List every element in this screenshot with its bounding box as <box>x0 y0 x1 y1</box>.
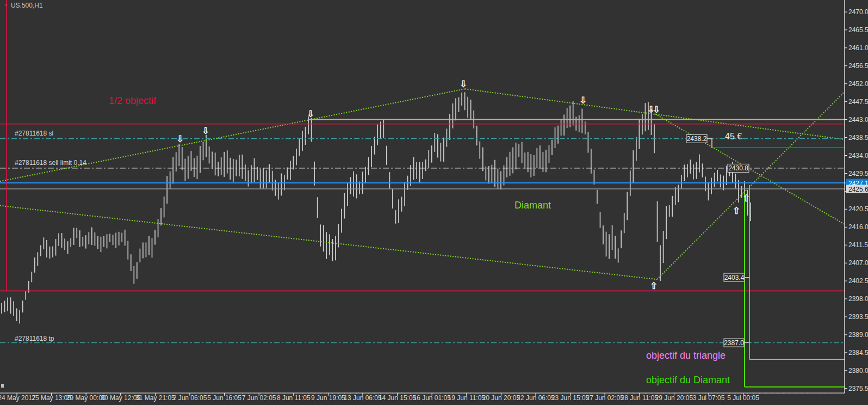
price-tick-label: 2384.5 <box>848 349 868 357</box>
time-tick-label: 25 May 13:05 <box>32 394 71 402</box>
time-tick-label: 24 May 2017 <box>0 394 36 402</box>
last-axis-tag: 2425.6 <box>846 185 868 193</box>
time-tick-label: 20 Jun 20:05 <box>482 394 520 402</box>
text-annotation[interactable]: 45 € <box>725 132 742 141</box>
arrow-down-icon[interactable]: ⇩ <box>202 126 209 136</box>
time-tick-label: 27 Jun 02:05 <box>586 394 624 402</box>
price-tick-label: 2456.5 <box>848 62 868 70</box>
arrow-down-icon[interactable]: ⇩ <box>653 105 660 115</box>
price-tag-text: 2387.0 <box>724 339 744 347</box>
axis-tag-text: 2425.6 <box>848 186 868 193</box>
time-tick-label: 3 Jul 07:05 <box>693 394 725 402</box>
time-tick-label: 19 Jun 11:05 <box>448 394 486 402</box>
order-level-label: #27811618 sell limit 0.14 <box>15 159 86 167</box>
price-tick-label: 2402.5 <box>848 277 868 285</box>
time-tick-label: 5 Jun 16:05 <box>207 394 241 402</box>
time-tick-label: 28 Jun 11:05 <box>621 394 659 402</box>
price-tick-label: 2375.5 <box>848 385 868 392</box>
price-tag-text: 2430.8 <box>728 164 748 172</box>
order-level-label: #27811618 sl <box>15 130 53 137</box>
arrow-down-icon[interactable]: ⇩ <box>176 134 184 144</box>
arrow-up-icon[interactable]: ⇧ <box>742 193 750 204</box>
chart-window[interactable]: 2470.02465.52461.02456.52452.02447.52443… <box>0 0 868 405</box>
price-tick-label: 2411.5 <box>848 241 868 249</box>
price-tick-label: 2429.5 <box>848 170 868 177</box>
price-tick-label: 2389.0 <box>848 331 868 339</box>
time-tick-label: 8 Jun 11:05 <box>277 394 311 402</box>
text-annotation[interactable]: objectif du triangle <box>646 350 726 361</box>
time-tick-label: 31 May 21:05 <box>135 394 175 402</box>
price-tick-label: 2407.0 <box>848 259 868 267</box>
time-tick-label: 13 Jun 06:05 <box>344 394 382 402</box>
time-tick-label: 30 May 12:05 <box>101 394 140 402</box>
limit-price-tag[interactable]: 2430.8 <box>728 164 749 172</box>
price-tick-label: 2443.0 <box>848 116 868 124</box>
price-tag-text: 2403.4 <box>724 274 745 281</box>
price-tick-label: 2470.0 <box>848 8 868 16</box>
time-tick-label: 29 May 00:00 <box>66 394 106 402</box>
price-tick-label: 2438.5 <box>848 134 868 142</box>
text-annotation[interactable]: objectif du Diamant <box>646 375 730 385</box>
scroll-shift-marker[interactable] <box>1 384 4 388</box>
price-tick-label: 2461.0 <box>848 44 868 52</box>
time-tick-label: 16 Jun 01:05 <box>413 394 451 402</box>
price-tag-text: 2438.2 <box>687 135 707 143</box>
price-tick-label: 2420.5 <box>848 205 868 213</box>
price-tick-label: 2416.0 <box>848 223 868 231</box>
time-tick-label: 14 Jun 15:05 <box>379 394 417 402</box>
text-annotation[interactable]: 1/2 objectif <box>109 95 157 106</box>
arrow-down-icon[interactable]: ⇩ <box>460 79 467 89</box>
price-tick-label: 2434.0 <box>848 152 868 159</box>
price-tick-label: 2447.5 <box>848 98 868 106</box>
arrow-up-icon[interactable]: ⇧ <box>733 206 740 216</box>
arrow-up-icon[interactable]: ⇧ <box>650 281 658 291</box>
price-tick-label: 2452.0 <box>848 80 868 88</box>
time-tick-label: 9 Jun 19:05 <box>311 394 345 402</box>
price-tick-label: 2380.0 <box>848 367 868 375</box>
symbol-timeframe-label: ▼ US.500,H1 <box>3 2 43 9</box>
time-tick-label: 2 Jun 06:05 <box>173 394 207 402</box>
price-tick-label: 2465.5 <box>848 26 868 34</box>
order-level-label: #27811618 tp <box>15 335 54 342</box>
price-tick-label: 2398.0 <box>848 295 868 303</box>
arrow-down-icon[interactable]: ⇩ <box>307 109 314 119</box>
text-annotation[interactable]: Diamant <box>514 200 551 211</box>
price-chart-canvas[interactable]: 2470.02465.52461.02456.52452.02447.52443… <box>0 0 868 405</box>
time-tick-label: 29 Jun 20:05 <box>655 394 693 402</box>
triangle-down-icon: ▼ <box>3 3 9 8</box>
time-tick-label: 5 Jul 00:05 <box>727 394 759 402</box>
price-tick-label: 2393.5 <box>848 313 868 321</box>
time-tick-label: 23 Jun 15:05 <box>551 394 590 402</box>
time-tick-label: 22 Jun 06:05 <box>517 394 555 402</box>
symbol-text: US.500,H1 <box>11 2 43 9</box>
arrow-down-icon[interactable]: ⇩ <box>579 95 587 106</box>
time-tick-label: 7 Jun 02:05 <box>242 394 276 402</box>
